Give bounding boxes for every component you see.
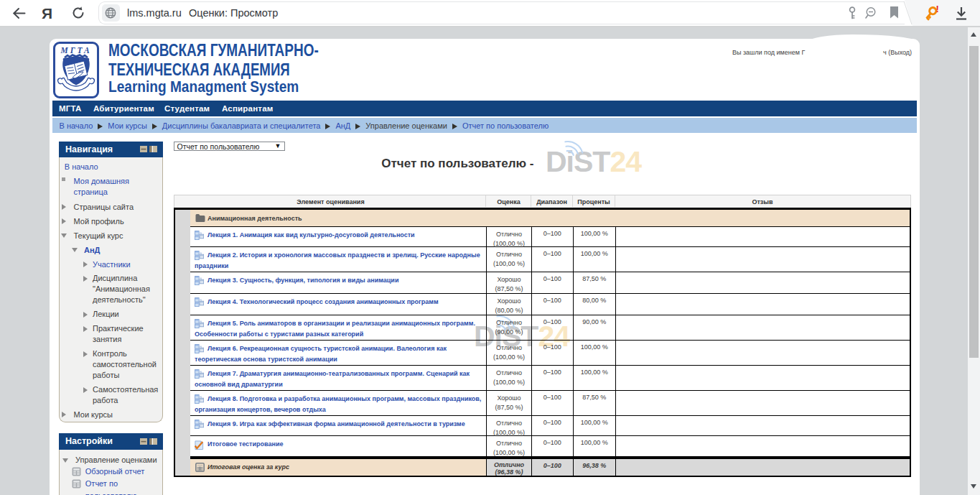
svg-text:МГТА: МГТА xyxy=(60,46,91,55)
svg-text:!: ! xyxy=(936,6,939,14)
